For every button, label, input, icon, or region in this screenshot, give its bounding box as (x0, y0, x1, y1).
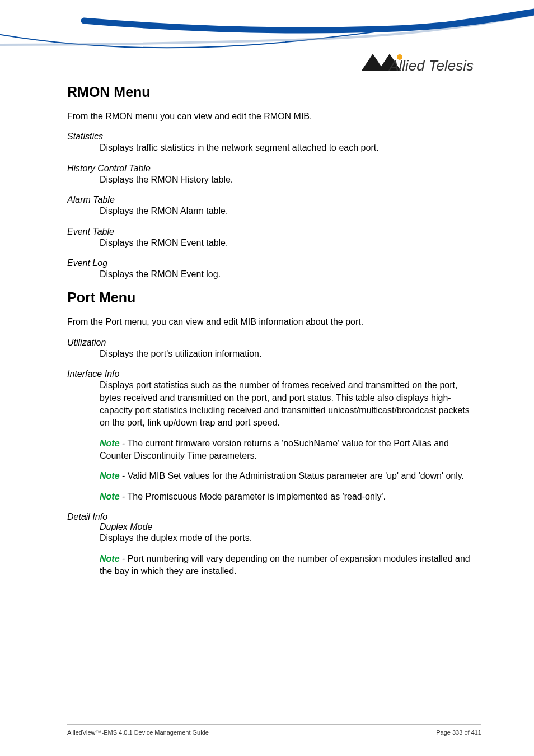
desc-event-log: Displays the RMON Event log. (100, 268, 481, 281)
term-event-table: Event Table (67, 227, 481, 237)
rmon-intro: From the RMON menu you can view and edit… (67, 110, 481, 123)
footer-right: Page 333 of 411 (436, 729, 481, 736)
term-alarm-table: Alarm Table (67, 195, 481, 205)
note-label: Note (100, 554, 120, 563)
term-statistics: Statistics (67, 132, 481, 142)
page-footer: AlliedView™-EMS 4.0.1 Device Management … (67, 724, 481, 736)
heading-port-menu: Port Menu (67, 290, 481, 306)
term-detail-info: Detail Info (67, 512, 481, 522)
note-label: Note (100, 492, 120, 501)
desc-utilization: Displays the port's utilization informat… (100, 348, 481, 360)
port-intro: From the Port menu, you can view and edi… (67, 316, 481, 328)
brand-logo-text: Allied Telesis (389, 57, 474, 74)
note-interface-1-text: - The current firmware version returns a… (100, 438, 449, 460)
note-interface-2-text: - Valid MIB Set values for the Administr… (120, 471, 465, 480)
term-interface-info: Interface Info (67, 369, 481, 379)
desc-alarm-table: Displays the RMON Alarm table. (100, 205, 481, 217)
desc-event-table: Displays the RMON Event table. (100, 237, 481, 249)
heading-rmon-menu: RMON Menu (67, 84, 481, 100)
term-history-control-table: History Control Table (67, 164, 481, 174)
note-label: Note (100, 471, 120, 480)
note-interface-3-text: - The Promiscuous Mode parameter is impl… (120, 492, 386, 501)
term-event-log: Event Log (67, 258, 481, 268)
desc-history-control-table: Displays the RMON History table. (100, 174, 481, 186)
note-label: Note (100, 438, 120, 448)
term-duplex-mode: Duplex Mode (100, 522, 481, 532)
desc-interface-info: Displays port statistics such as the num… (100, 379, 481, 430)
note-interface-1: Note - The current firmware version retu… (100, 437, 481, 463)
desc-statistics: Displays traffic statistics in the netwo… (100, 142, 481, 154)
footer-left: AlliedView™-EMS 4.0.1 Device Management … (67, 729, 209, 736)
note-detail-1-text: - Port numbering will vary depending on … (100, 554, 470, 576)
term-utilization: Utilization (67, 338, 481, 348)
page-content: RMON Menu From the RMON menu you can vie… (67, 84, 481, 586)
desc-duplex-mode: Displays the duplex mode of the ports. (100, 532, 481, 544)
note-interface-2: Note - Valid MIB Set values for the Admi… (100, 470, 481, 482)
note-interface-3: Note - The Promiscuous Mode parameter is… (100, 491, 481, 503)
note-detail-1: Note - Port numbering will vary dependin… (100, 553, 481, 578)
